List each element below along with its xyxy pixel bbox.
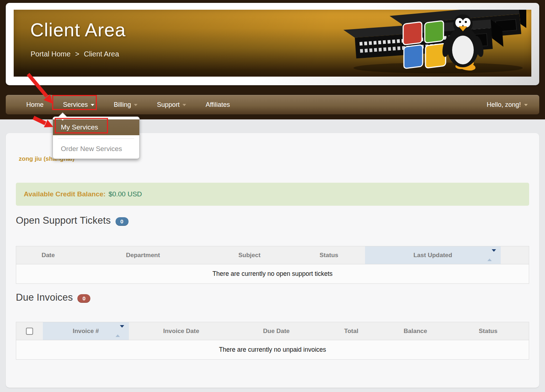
col-total[interactable]: Total bbox=[319, 322, 383, 340]
main-panel: zong jiu (shanghai) Available Credit Bal… bbox=[6, 133, 539, 388]
nav-item-home-label: Home bbox=[26, 101, 44, 109]
col-date[interactable]: Date bbox=[16, 246, 80, 264]
nav-item-services-label: Services bbox=[63, 101, 88, 109]
invoices-count-badge: 0 bbox=[77, 294, 90, 303]
nav-item-billing-label: Billing bbox=[114, 101, 131, 109]
chevron-down-icon bbox=[91, 104, 94, 106]
breadcrumb-home-link[interactable]: Portal Home bbox=[31, 50, 71, 58]
invoices-header-row: Invoice # Invoice Date Due Date Total Ba… bbox=[16, 322, 529, 340]
page-title: Client Area bbox=[30, 19, 126, 41]
nav-item-support-label: Support bbox=[157, 101, 180, 109]
credit-balance-value: $0.00 USD bbox=[108, 190, 142, 198]
account-menu-toggle[interactable]: Hello, zong! bbox=[487, 101, 539, 109]
credit-balance-label: Available Credit Balance: bbox=[24, 190, 105, 198]
col-invoice-number[interactable]: Invoice # bbox=[43, 322, 129, 340]
tickets-empty-message: There are currently no open support tick… bbox=[16, 264, 529, 284]
menu-item-order-new-services[interactable]: Order New Services bbox=[53, 142, 139, 156]
nav-item-services[interactable]: Services bbox=[53, 101, 104, 109]
chevron-down-icon bbox=[134, 104, 138, 106]
breadcrumb-separator: > bbox=[75, 50, 80, 58]
nav-item-affiliates-label: Affiliates bbox=[206, 101, 230, 109]
col-last-updated[interactable]: Last Updated bbox=[365, 246, 501, 264]
col-balance[interactable]: Balance bbox=[383, 322, 447, 340]
nav-item-support[interactable]: Support bbox=[147, 101, 196, 109]
due-invoices-table: Invoice # Invoice Date Due Date Total Ba… bbox=[16, 322, 529, 360]
breadcrumb-current: Client Area bbox=[84, 50, 119, 58]
breadcrumb: Portal Home > Client Area bbox=[31, 50, 119, 58]
menu-item-my-services[interactable]: My Services bbox=[53, 119, 139, 135]
tickets-section-heading: Open Support Tickets 0 bbox=[16, 215, 129, 226]
nav-item-affiliates[interactable]: Affiliates bbox=[196, 101, 240, 109]
services-dropdown-menu: My Services Order New Services bbox=[53, 117, 140, 159]
client-area-page: Client Area Portal Home > Client Area bbox=[0, 0, 545, 392]
sort-arrows-icon bbox=[487, 252, 492, 259]
col-department[interactable]: Department bbox=[80, 246, 206, 264]
nav-list: Home Services Billing Support Affiliates bbox=[6, 95, 240, 114]
nav-item-billing[interactable]: Billing bbox=[104, 101, 147, 109]
tickets-header-row: Date Department Subject Status Last Upda… bbox=[16, 246, 529, 264]
select-all-checkbox[interactable] bbox=[26, 328, 33, 335]
main-navbar: Home Services Billing Support Affiliates… bbox=[6, 95, 539, 114]
open-tickets-table: Date Department Subject Status Last Upda… bbox=[16, 246, 529, 284]
sort-arrows-icon bbox=[116, 328, 120, 335]
col-due-date[interactable]: Due Date bbox=[234, 322, 319, 340]
col-last-updated-label: Last Updated bbox=[413, 252, 452, 259]
greeting-label: Hello, zong! bbox=[487, 101, 521, 109]
menu-divider bbox=[58, 138, 134, 139]
col-invoice-status[interactable]: Status bbox=[447, 322, 529, 340]
banner: Client Area Portal Home > Client Area bbox=[14, 10, 531, 77]
tickets-empty-row: There are currently no open support tick… bbox=[16, 264, 529, 284]
col-status[interactable]: Status bbox=[293, 246, 365, 264]
invoices-empty-message: There are currently no unpaid invoices bbox=[16, 340, 529, 360]
col-empty bbox=[501, 246, 529, 264]
invoices-heading-label: Due Invoices bbox=[16, 292, 73, 303]
chevron-down-icon bbox=[524, 104, 528, 106]
chevron-down-icon bbox=[183, 104, 186, 106]
tickets-heading-label: Open Support Tickets bbox=[16, 215, 111, 226]
col-invoice-number-label: Invoice # bbox=[73, 328, 99, 334]
col-select-all bbox=[16, 322, 43, 340]
tickets-count-badge: 0 bbox=[116, 217, 129, 226]
credit-balance-alert: Available Credit Balance: $0.00 USD bbox=[16, 183, 529, 206]
header-frame: Client Area Portal Home > Client Area bbox=[6, 3, 539, 85]
col-invoice-date[interactable]: Invoice Date bbox=[129, 322, 234, 340]
server-hardware-graphic bbox=[332, 10, 526, 77]
invoices-empty-row: There are currently no unpaid invoices bbox=[16, 340, 529, 360]
invoices-section-heading: Due Invoices 0 bbox=[16, 292, 90, 303]
nav-item-home[interactable]: Home bbox=[17, 101, 53, 109]
col-subject[interactable]: Subject bbox=[206, 246, 293, 264]
